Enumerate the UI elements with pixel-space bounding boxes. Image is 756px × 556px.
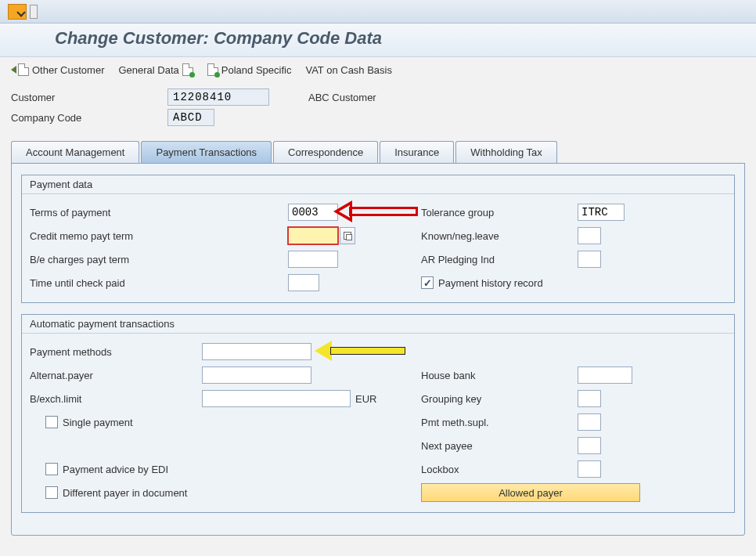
bexch-limit-label: B/exch.limit — [30, 393, 202, 405]
alternat-payer-input[interactable] — [202, 366, 311, 384]
poland-specific-label: Poland Specific — [221, 64, 292, 76]
window-control-strip — [0, 0, 756, 23]
customer-id-field — [167, 88, 269, 106]
be-charges-label: B/e charges payt term — [30, 254, 202, 265]
other-customer-button[interactable]: Other Customer — [11, 63, 104, 76]
vat-cash-basis-button[interactable]: VAT on Cash Basis — [305, 64, 392, 76]
known-neg-input[interactable] — [578, 227, 601, 244]
credit-memo-input[interactable] — [288, 227, 338, 244]
company-code-label: Company Code — [11, 112, 167, 124]
tab-withholding-tax[interactable]: Withholding Tax — [455, 141, 557, 163]
payment-advice-edi-checkbox[interactable] — [45, 463, 58, 475]
known-neg-label: Known/neg.leave — [421, 230, 578, 242]
next-payee-label: Next payee — [421, 440, 578, 452]
company-code-field — [167, 109, 214, 126]
credit-memo-label: Credit memo payt term — [30, 230, 202, 242]
terms-of-payment-label: Terms of payment — [30, 207, 202, 218]
payment-history-checkbox[interactable] — [421, 276, 434, 289]
bexch-limit-input[interactable] — [202, 390, 351, 407]
tab-account-management[interactable]: Account Management — [11, 141, 139, 163]
pmt-meth-supl-input[interactable] — [578, 413, 601, 431]
payment-history-label: Payment history record — [438, 277, 543, 289]
dropdown-handle-icon[interactable] — [30, 5, 38, 19]
back-arrow-icon — [11, 66, 16, 74]
house-bank-input[interactable] — [578, 366, 632, 384]
allowed-payer-button[interactable]: Allowed payer — [421, 483, 640, 502]
allowed-payer-label: Allowed payer — [499, 487, 563, 499]
single-payment-checkbox[interactable] — [45, 416, 58, 428]
be-charges-input[interactable] — [288, 251, 338, 268]
value-help-button[interactable] — [340, 227, 355, 244]
title-bar: Change Customer: Company Code Data — [0, 23, 756, 57]
value-help-icon — [344, 232, 351, 240]
tab-strip: Account Management Payment Transactions … — [11, 141, 745, 164]
header-fields: Customer ABC Customer Company Code — [0, 87, 756, 140]
diff-payer-doc-checkbox[interactable] — [45, 486, 58, 499]
annotation-yellow-arrow-icon — [315, 344, 409, 359]
payment-methods-input[interactable] — [202, 343, 311, 360]
time-check-input[interactable] — [288, 274, 319, 291]
document-next-icon — [207, 63, 218, 76]
tab-payment-transactions[interactable]: Payment Transactions — [141, 141, 272, 163]
grouping-key-input[interactable] — [578, 390, 601, 407]
group-payment-data-title: Payment data — [22, 175, 734, 194]
pmt-meth-supl-label: Pmt meth.supl. — [421, 417, 578, 428]
tab-correspondence[interactable]: Correspondence — [273, 141, 378, 163]
tolerance-group-label: Tolerance group — [421, 207, 578, 218]
payment-advice-edi-label: Payment advice by EDI — [63, 464, 168, 475]
bexch-limit-unit: EUR — [355, 393, 376, 405]
page-title: Change Customer: Company Code Data — [55, 28, 382, 49]
poland-specific-button[interactable]: Poland Specific — [207, 63, 292, 76]
single-payment-label: Single payment — [63, 417, 133, 428]
lockbox-input[interactable] — [578, 460, 601, 478]
alternat-payer-label: Alternat.payer — [30, 370, 202, 381]
terms-of-payment-input[interactable] — [288, 204, 338, 221]
tolerance-group-input[interactable] — [578, 204, 625, 221]
house-bank-label: House bank — [421, 370, 578, 381]
document-next-icon — [182, 63, 193, 76]
other-customer-label: Other Customer — [32, 64, 104, 76]
customer-id-label: Customer — [11, 92, 167, 103]
application-toolbar: Other Customer General Data Poland Speci… — [0, 57, 756, 87]
vat-cash-basis-label: VAT on Cash Basis — [305, 64, 392, 76]
group-payment-data: Payment data Terms of payment Tolerance … — [21, 175, 735, 303]
lockbox-label: Lockbox — [421, 464, 578, 475]
time-check-label: Time until check paid — [30, 277, 202, 289]
annotation-red-arrow-icon — [333, 204, 419, 220]
general-data-label: General Data — [118, 64, 178, 76]
group-auto-payment: Automatic payment transactions Payment m… — [21, 314, 735, 513]
ar-pledging-label: AR Pledging Ind — [421, 254, 578, 265]
next-payee-input[interactable] — [578, 437, 601, 454]
ar-pledging-input[interactable] — [578, 251, 601, 268]
grouping-key-label: Grouping key — [421, 393, 578, 405]
command-field-icon[interactable] — [8, 4, 27, 20]
payment-methods-label: Payment methods — [30, 346, 202, 358]
diff-payer-doc-label: Different payer in document — [63, 487, 187, 499]
tab-content: Payment data Terms of payment Tolerance … — [11, 163, 745, 536]
document-icon — [18, 63, 29, 76]
customer-name: ABC Customer — [308, 92, 376, 103]
group-auto-payment-title: Automatic payment transactions — [22, 315, 734, 334]
general-data-button[interactable]: General Data — [118, 63, 193, 76]
tab-insurance[interactable]: Insurance — [380, 141, 454, 163]
